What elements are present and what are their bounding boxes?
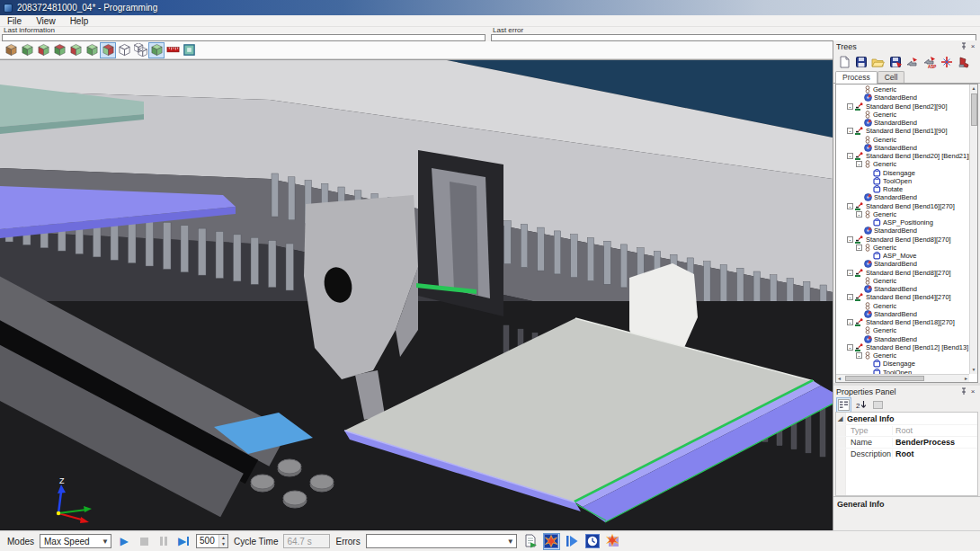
crosshair-icon[interactable] — [939, 54, 954, 69]
asp-tool-icon[interactable]: ASP — [922, 54, 937, 69]
save-tool-icon[interactable] — [887, 54, 903, 69]
step-run-button[interactable] — [564, 533, 581, 550]
scroll-left-icon[interactable]: ◄ — [837, 375, 842, 383]
tree-item[interactable]: -Standard Bend [Bend16][270] — [836, 202, 969, 210]
play-button[interactable]: ▶ — [117, 534, 131, 548]
tab-cell[interactable]: Cell — [878, 71, 905, 83]
tree-expander-icon[interactable]: - — [847, 344, 853, 351]
tree-item[interactable]: ASP_Move — [836, 252, 969, 260]
scroll-thumb[interactable] — [845, 376, 924, 381]
wireframe-cube-double-button[interactable] — [132, 42, 148, 58]
spin-up-icon[interactable]: ▲ — [219, 535, 227, 541]
close-icon[interactable]: × — [968, 387, 977, 396]
property-value[interactable]: Root — [892, 449, 977, 458]
pin-icon[interactable] — [959, 387, 968, 396]
tree-item[interactable]: StandardBend — [836, 335, 969, 343]
solid-cube-green-button[interactable] — [148, 42, 165, 58]
tree-expander-icon[interactable]: - — [847, 103, 853, 110]
spin-down-icon[interactable]: ▼ — [219, 541, 227, 547]
tree-item[interactable]: StandardBend — [836, 144, 969, 152]
tree-item[interactable]: Disengage — [836, 360, 969, 368]
scroll-right-icon[interactable]: ► — [964, 375, 968, 383]
scroll-down-icon[interactable]: ▼ — [972, 366, 976, 374]
tree-expander-icon[interactable]: - — [847, 236, 853, 243]
view-cube-red-green-button[interactable] — [100, 42, 116, 58]
unload-tool-icon[interactable] — [956, 54, 971, 69]
open-folder-icon[interactable] — [870, 54, 886, 69]
tree-item[interactable]: -Generic — [836, 210, 969, 218]
tree-expander-icon[interactable]: - — [847, 153, 853, 159]
step-button[interactable]: ▶ — [176, 534, 191, 548]
scroll-up-icon[interactable]: ▲ — [972, 84, 976, 93]
tree-item[interactable]: StandardBend — [836, 310, 969, 318]
tree-item[interactable]: -Standard Bend [Bend2][90] — [836, 102, 969, 111]
categorized-icon[interactable] — [836, 397, 851, 413]
tree-item[interactable]: StandardBend — [836, 285, 969, 293]
menu-file[interactable]: File — [0, 15, 29, 27]
tree-item[interactable]: -Standard Bend [Bend1][90] — [836, 127, 969, 135]
tree-item[interactable]: StandardBend — [836, 260, 969, 268]
scroll-thumb[interactable] — [971, 93, 977, 126]
time-button[interactable] — [584, 533, 601, 550]
tree-item[interactable]: Generic — [836, 136, 969, 144]
tree-expander-icon[interactable]: - — [847, 294, 853, 300]
tree-item[interactable]: -Standard Bend [Bend18][270] — [836, 318, 969, 326]
menu-view[interactable]: View — [29, 15, 63, 27]
tree-item[interactable]: -Generic — [836, 244, 969, 252]
tree-expander-icon[interactable]: - — [856, 352, 862, 359]
tree-expander-icon[interactable]: - — [856, 161, 862, 167]
property-value[interactable]: Root — [892, 426, 977, 435]
tree-item[interactable]: -Standard Bend [Bend4][270] — [836, 293, 969, 301]
close-icon[interactable]: × — [968, 42, 977, 51]
measure-box-button[interactable] — [181, 42, 197, 58]
tree-item[interactable]: -Generic — [836, 160, 969, 168]
tree-item[interactable]: ASP_Positioning — [836, 218, 969, 227]
errors-select[interactable]: ▼ — [366, 534, 517, 548]
tree-vertical-scrollbar[interactable]: ▲ ▼ — [969, 84, 977, 374]
property-group-row[interactable]: ◢ General Info — [836, 413, 977, 424]
tree-item[interactable]: Generic — [836, 111, 969, 119]
tree-item[interactable]: Generic — [836, 302, 969, 310]
menu-help[interactable]: Help — [63, 15, 96, 27]
stop-button[interactable] — [137, 534, 151, 548]
view-cube-tan-button[interactable] — [3, 42, 19, 58]
pause-button[interactable] — [156, 534, 171, 548]
tab-process[interactable]: Process — [835, 71, 878, 84]
view-cube-green-1-button[interactable] — [19, 42, 35, 58]
save-icon[interactable] — [853, 54, 869, 69]
tree-horizontal-scrollbar[interactable]: ◄ ► — [836, 374, 969, 382]
ruler-button[interactable] — [165, 42, 181, 58]
wireframe-cube-button[interactable] — [116, 42, 132, 58]
view-cube-green-2-button[interactable] — [67, 42, 84, 58]
tree-expander-icon[interactable]: - — [847, 319, 853, 325]
property-value[interactable]: BenderProcess — [892, 438, 977, 447]
pin-icon[interactable] — [959, 42, 968, 51]
tree-item[interactable]: StandardBend — [836, 193, 969, 201]
tree-item[interactable]: -Standard Bend [Bend8][270] — [836, 269, 969, 277]
tree-item[interactable]: Disengage — [836, 169, 969, 177]
tree-item[interactable]: ToolOpen — [836, 177, 969, 185]
tree-item[interactable]: -Standard Bend [Bend8][270] — [836, 236, 969, 244]
tree-item[interactable]: Generic — [836, 277, 969, 285]
group-expander-icon[interactable]: ◢ — [838, 415, 847, 422]
tree-item[interactable]: -Generic — [836, 351, 969, 360]
sort-alphabetical-icon[interactable]: 2 — [853, 397, 869, 413]
tree-expander-icon[interactable]: - — [847, 203, 853, 209]
tree-item[interactable]: -Standard Bend [Bend12] [Bend13] [I — [836, 343, 969, 351]
tree-item[interactable]: Generic — [836, 85, 969, 93]
tree-expander-icon[interactable]: - — [856, 244, 862, 251]
collision-check-button[interactable] — [605, 533, 622, 550]
view-cube-green-3-button[interactable] — [84, 42, 100, 58]
tree-expander-icon[interactable]: - — [856, 211, 862, 218]
view-cube-green-red-2-button[interactable] — [51, 42, 67, 58]
step-size-spinner[interactable]: 500 ▲▼ — [196, 534, 228, 548]
tree-item[interactable]: -Standard Bend [Bend20] [Bend21][2 — [836, 152, 969, 160]
mode-select[interactable]: Max Speed ▼ — [40, 534, 111, 548]
tree-item[interactable]: StandardBend — [836, 227, 969, 235]
tree-item[interactable]: Generic — [836, 326, 969, 334]
viewport-3d[interactable]: Z — [0, 59, 833, 530]
tree-expander-icon[interactable]: - — [847, 270, 853, 276]
tree-item[interactable]: StandardBend — [836, 119, 969, 127]
title-bar[interactable]: 208372481000_04* - Programming — [0, 0, 980, 15]
view-cube-green-red-1-button[interactable] — [35, 42, 51, 58]
